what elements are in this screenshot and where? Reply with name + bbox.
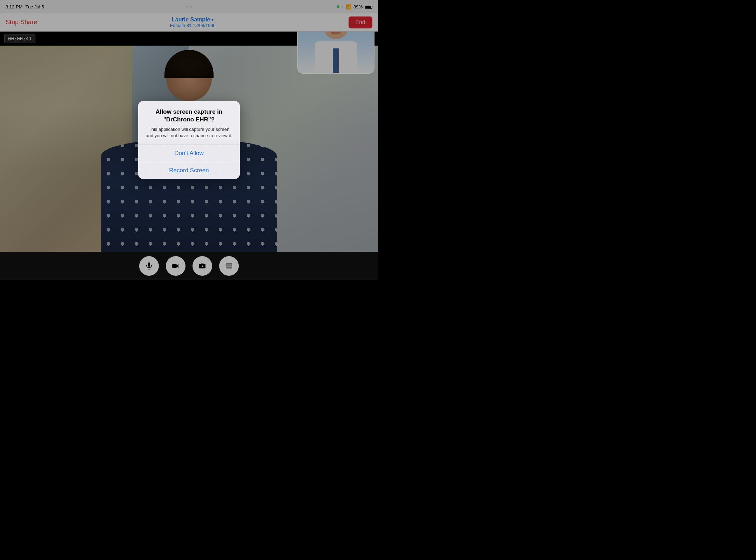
modal-body: This application will capture your scree… bbox=[145, 126, 233, 139]
permission-dialog: Allow screen capture in"DrChrono EHR"? T… bbox=[138, 101, 240, 179]
record-screen-button[interactable]: Record Screen bbox=[138, 162, 240, 179]
dont-allow-button[interactable]: Don't Allow bbox=[138, 145, 240, 162]
modal-content: Allow screen capture in"DrChrono EHR"? T… bbox=[138, 101, 240, 145]
modal-title: Allow screen capture in"DrChrono EHR"? bbox=[145, 108, 233, 124]
modal-overlay: Allow screen capture in"DrChrono EHR"? T… bbox=[0, 0, 378, 280]
